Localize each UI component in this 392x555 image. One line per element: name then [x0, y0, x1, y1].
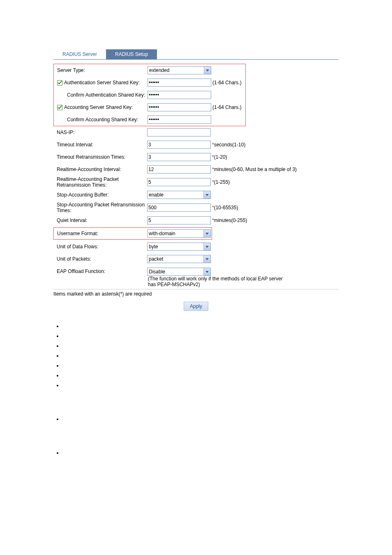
tabs-bar: RADIUS Server RADIUS Setup [53, 49, 339, 60]
server-type-value: extended [149, 67, 169, 73]
label-stop-buf: Stop-Accounting Buffer: [53, 192, 147, 198]
label-acct-key: Accounting Server Shared Key: [54, 104, 148, 110]
unit-data-select[interactable]: byte [147, 243, 211, 251]
unit-pkt-select[interactable]: packet [147, 255, 211, 263]
top-highlight-box: Server Type: extended Authent [53, 64, 246, 126]
auth-key-hint: (1-64 Chars.) [212, 80, 245, 86]
server-type-select[interactable]: extended [148, 66, 211, 74]
list-item [62, 416, 339, 445]
stop-pkt-input[interactable] [147, 204, 211, 212]
uname-fmt-select[interactable]: with-domain [147, 229, 211, 238]
auth-key-label-text: Authentication Server Shared Key: [64, 80, 140, 86]
list-item [62, 353, 339, 358]
stop-buf-select[interactable]: enable [147, 191, 211, 199]
required-footnote: Items marked with an asterisk(*) are req… [53, 289, 339, 297]
unit-pkt-value: packet [149, 256, 163, 262]
quiet-input[interactable] [147, 216, 211, 224]
quiet-hint: minutes(0-255) [214, 217, 247, 223]
rt-acct-pkt-hint: (1-255) [214, 179, 230, 185]
chevron-down-icon [203, 268, 210, 275]
label-uname-fmt: Username Format: [53, 227, 147, 240]
eap-select[interactable]: Disable [147, 268, 211, 276]
chevron-down-icon [203, 230, 210, 237]
tab-radius-setup[interactable]: RADIUS Setup [106, 49, 157, 59]
timeout-rt-hint: (1-20) [214, 154, 227, 160]
label-auth-key: Authentication Server Shared Key: [54, 80, 148, 86]
list-item [62, 323, 339, 328]
list-item [62, 372, 339, 377]
label-server-type: Server Type: [54, 67, 148, 73]
auth-key-input[interactable] [148, 79, 211, 87]
list-item [62, 382, 339, 411]
stop-pkt-hint: (10-65535) [214, 205, 238, 210]
acct-key-input[interactable] [148, 103, 211, 111]
auth-key-confirm-input[interactable] [148, 91, 211, 99]
label-rt-acct-int: Realtime-Accounting Interval: [53, 166, 147, 172]
chevron-down-icon [203, 243, 210, 250]
form-area: Server Type: extended Authent [53, 64, 339, 289]
chevron-down-icon [203, 255, 210, 263]
chevron-down-icon [203, 191, 210, 199]
bullet-list [53, 323, 339, 455]
label-stop-pkt: Stop-Accounting Packet Retransmission Ti… [53, 202, 147, 213]
nas-ip-input[interactable] [147, 128, 211, 136]
list-item [62, 363, 339, 368]
timeout-hint: seconds(1-10) [214, 142, 246, 148]
stop-buf-value: enable [149, 192, 164, 198]
label-auth-key-confirm: Confirm Authentication Shared Key: [54, 92, 148, 98]
tab-radius-server[interactable]: RADIUS Server [53, 49, 106, 59]
label-timeout-rt: Timeout Retransmission Times: [53, 154, 147, 160]
label-rt-acct-pkt: Realtime-Accounting Packet Retransmissio… [53, 176, 147, 188]
label-eap: EAP Offload Function: [53, 268, 147, 274]
list-item [62, 450, 339, 455]
uname-fmt-value: with-domain [149, 231, 175, 236]
label-nas-ip: NAS-IP: [53, 130, 147, 135]
chevron-down-icon [204, 67, 211, 74]
label-acct-key-confirm: Confirm Accounting Shared Key: [54, 117, 148, 123]
unit-data-value: byte [149, 244, 158, 250]
timeout-input[interactable] [147, 141, 211, 149]
apply-button[interactable]: Apply [184, 302, 208, 311]
acct-key-confirm-input[interactable] [148, 116, 211, 124]
rt-acct-pkt-input[interactable] [147, 178, 211, 186]
label-unit-pkt: Unit of Packets: [53, 256, 147, 262]
timeout-rt-input[interactable] [147, 153, 211, 161]
label-unit-data: Unit of Data Flows: [53, 244, 147, 250]
rt-acct-int-hint: minutes(0-60, Must be a multiple of 3) [214, 166, 297, 172]
label-timeout: Timeout Interval: [53, 142, 147, 148]
acct-key-hint: (1-64 Chars.) [212, 104, 245, 110]
list-item [62, 333, 339, 338]
acct-key-checkbox[interactable] [57, 105, 62, 110]
list-item [62, 343, 339, 348]
label-quiet: Quiet Interval: [53, 217, 147, 223]
acct-key-label-text: Accounting Server Shared Key: [64, 104, 133, 110]
rt-acct-int-input[interactable] [147, 165, 211, 173]
eap-hint: (The function will work only if the meth… [148, 276, 284, 287]
eap-value: Disable [149, 269, 165, 275]
auth-key-checkbox[interactable] [57, 80, 62, 86]
